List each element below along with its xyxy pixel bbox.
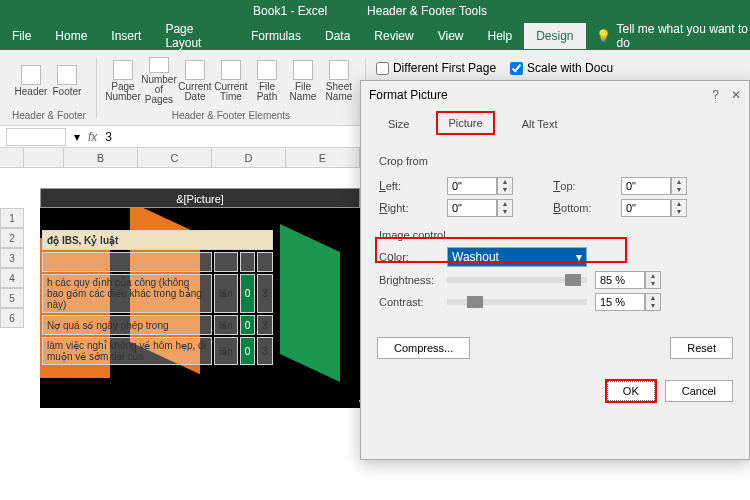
crop-top-input[interactable]: ▲▼: [621, 177, 687, 195]
top-label: Top:: [553, 179, 613, 193]
left-label: Left:: [379, 179, 439, 193]
brightness-input[interactable]: ▲▼: [595, 271, 661, 289]
reset-button[interactable]: Reset: [670, 337, 733, 359]
sheet-name-button[interactable]: Sheet Name: [323, 57, 355, 105]
close-icon[interactable]: ✕: [731, 88, 741, 102]
tell-me-label: Tell me what you want to do: [617, 22, 750, 50]
cell[interactable]: làm việc nghỉ không về hôm hẹp, đi muộn …: [42, 337, 212, 365]
tab-formulas[interactable]: Formulas: [239, 23, 313, 49]
tab-design[interactable]: Design: [524, 23, 585, 49]
contextual-tool-title: Header & Footer Tools: [367, 4, 487, 18]
cell[interactable]: lần: [214, 315, 238, 335]
contrast-input[interactable]: ▲▼: [595, 293, 661, 311]
dropdown-icon[interactable]: ▾: [74, 130, 80, 144]
cell[interactable]: 0: [240, 337, 256, 365]
header-button[interactable]: Header: [15, 57, 47, 105]
row-header[interactable]: 4: [0, 268, 24, 288]
crop-bottom-input[interactable]: ▲▼: [621, 199, 687, 217]
dialog-confirm-row: OK Cancel: [361, 369, 749, 413]
tell-me[interactable]: 💡 Tell me what you want to do: [596, 22, 750, 50]
color-label: Color:: [379, 250, 439, 264]
ribbon-tabs: File Home Insert Page Layout Formulas Da…: [0, 22, 750, 50]
header-field[interactable]: &[Picture]: [40, 188, 360, 208]
sheet-icon: [329, 60, 349, 80]
col-header[interactable]: C: [138, 148, 212, 167]
crop-right-input[interactable]: ▲▼: [447, 199, 513, 217]
tab-help[interactable]: Help: [475, 23, 524, 49]
filename-icon: [293, 60, 313, 80]
fx-icon[interactable]: fx: [88, 130, 97, 144]
time-icon: [221, 60, 241, 80]
cell[interactable]: Nợ quá số ngày phép trong: [42, 315, 212, 335]
name-box[interactable]: [6, 128, 66, 146]
dialog-button-row: Compress... Reset: [361, 327, 749, 369]
ribbon-group-label: Header & Footer Elements: [172, 110, 290, 121]
col-header[interactable]: B: [64, 148, 138, 167]
crop-section-label: Crop from: [379, 155, 731, 167]
lightbulb-icon: 💡: [596, 29, 611, 43]
dialog-titlebar[interactable]: Format Picture ? ✕: [361, 81, 749, 109]
formula-value[interactable]: 3: [105, 130, 112, 144]
page-number-button[interactable]: Page Number: [107, 57, 139, 105]
cell[interactable]: 3: [257, 337, 273, 365]
header-icon: [21, 65, 41, 85]
tab-view[interactable]: View: [426, 23, 476, 49]
current-date-button[interactable]: Current Date: [179, 57, 211, 105]
dialog-body: Crop from Left:▲▼ Right:▲▼ Top:▲▼ Bottom…: [361, 135, 749, 327]
page-number-icon: [113, 60, 133, 80]
contrast-label: Contrast:: [379, 296, 439, 308]
minimize-icon[interactable]: [732, 6, 742, 16]
cancel-button[interactable]: Cancel: [665, 380, 733, 402]
right-label: Right:: [379, 201, 439, 215]
image-control-label: Image control: [379, 229, 731, 241]
file-path-button[interactable]: File Path: [251, 57, 283, 105]
footer-icon: [57, 65, 77, 85]
brightness-slider[interactable]: [447, 277, 587, 283]
tab-file[interactable]: File: [0, 23, 43, 49]
footer-button[interactable]: Footer: [51, 57, 83, 105]
tab-home[interactable]: Home: [43, 23, 99, 49]
table-title: độ IBS, Kỷ luật: [42, 230, 273, 250]
page-preview: &[Picture] độ IBS, Kỷ luật h các quy địn…: [40, 188, 360, 408]
ribbon-group-elements: Page Number Number of Pages Current Date…: [101, 54, 361, 121]
contrast-slider[interactable]: [447, 299, 587, 305]
cell[interactable]: 3: [257, 315, 273, 335]
col-header[interactable]: D: [212, 148, 286, 167]
row-header[interactable]: 2: [0, 228, 24, 248]
tab-picture[interactable]: Picture: [436, 111, 494, 135]
row-header[interactable]: 5: [0, 288, 24, 308]
cell[interactable]: lần: [214, 337, 238, 365]
tab-review[interactable]: Review: [362, 23, 425, 49]
col-header[interactable]: E: [286, 148, 360, 167]
watermark-image: độ IBS, Kỷ luật h các quy định của công …: [40, 208, 360, 408]
tab-insert[interactable]: Insert: [99, 23, 153, 49]
compress-button[interactable]: Compress...: [377, 337, 470, 359]
row-header[interactable]: 3: [0, 248, 24, 268]
dialog-title: Format Picture: [369, 88, 448, 102]
tab-data[interactable]: Data: [313, 23, 362, 49]
cell[interactable]: 0: [240, 274, 256, 313]
cell[interactable]: 0: [240, 315, 256, 335]
row-header[interactable]: 1: [0, 208, 24, 228]
different-first-page-checkbox[interactable]: Different First Page: [376, 58, 496, 78]
file-name-button[interactable]: File Name: [287, 57, 319, 105]
cell[interactable]: h các quy định của công (không bao gồm c…: [42, 274, 212, 313]
tab-alt-text[interactable]: Alt Text: [511, 113, 569, 135]
tab-size[interactable]: Size: [377, 113, 420, 135]
current-time-button[interactable]: Current Time: [215, 57, 247, 105]
bottom-label: Bottom:: [553, 201, 613, 215]
scale-with-doc-checkbox[interactable]: Scale with Docu: [510, 58, 613, 78]
tab-page-layout[interactable]: Page Layout: [153, 16, 239, 56]
color-dropdown[interactable]: Washout▾: [447, 247, 587, 267]
help-icon[interactable]: ?: [712, 88, 719, 102]
cell[interactable]: 3: [257, 274, 273, 313]
row-headers: 1 2 3 4 5 6: [0, 208, 24, 328]
number-of-pages-button[interactable]: Number of Pages: [143, 57, 175, 105]
crop-left-input[interactable]: ▲▼: [447, 177, 513, 195]
ribbon-group-label: Header & Footer: [12, 110, 86, 121]
ok-button[interactable]: OK: [605, 379, 657, 403]
cell[interactable]: lần: [214, 274, 238, 313]
title-bar: Book1 - Excel Header & Footer Tools: [0, 0, 750, 22]
row-header[interactable]: 6: [0, 308, 24, 328]
format-picture-dialog: Format Picture ? ✕ Size Picture Alt Text…: [360, 80, 750, 460]
